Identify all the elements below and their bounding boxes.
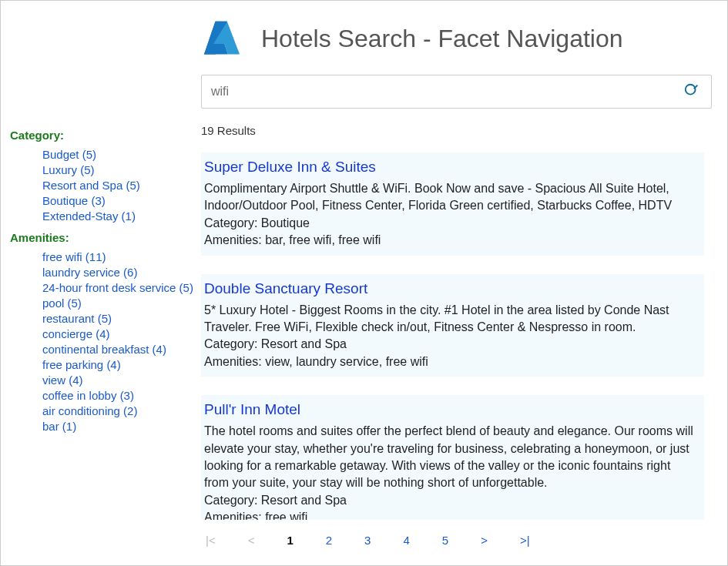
facet-extended-stay[interactable]: Extended-Stay (1)	[42, 209, 136, 223]
facet-sidebar: Category: Budget (5) Luxury (5) Resort a…	[1, 1, 201, 565]
facet-free-wifi[interactable]: free wifi (11)	[42, 250, 106, 263]
pager-page-5[interactable]: 5	[438, 531, 453, 550]
facet-boutique[interactable]: Boutique (3)	[42, 194, 106, 207]
facet-concierge[interactable]: concierge (4)	[42, 327, 110, 340]
facet-view[interactable]: view (4)	[42, 373, 83, 387]
result-category: Category: Resort and Spa	[204, 336, 698, 353]
result-amenities: Amenities: view, laundry service, free w…	[204, 353, 698, 370]
facet-heading-amenities: Amenities:	[10, 231, 193, 244]
result-title[interactable]: Pull'r Inn Motel	[204, 401, 698, 418]
facet-bar[interactable]: bar (1)	[42, 420, 76, 433]
search-input[interactable]	[202, 79, 673, 105]
result-item: Pull'r Inn Motel The hotel rooms and sui…	[201, 395, 704, 520]
search-icon	[683, 82, 700, 102]
facet-free-parking[interactable]: free parking (4)	[42, 358, 121, 371]
result-amenities: Amenities: free wifi	[204, 509, 698, 520]
results-count: 19 Results	[201, 124, 712, 137]
facet-laundry[interactable]: laundry service (6)	[42, 266, 137, 279]
result-category: Category: Boutique	[204, 215, 698, 232]
facet-24h-desk[interactable]: 24-hour front desk service (5)	[42, 281, 193, 294]
result-title[interactable]: Double Sanctuary Resort	[204, 280, 698, 297]
pager-page-3[interactable]: 3	[360, 531, 375, 550]
result-category: Category: Resort and Spa	[204, 492, 698, 509]
facet-pool[interactable]: pool (5)	[42, 296, 82, 310]
facet-list-amenities: free wifi (11) laundry service (6) 24-ho…	[10, 250, 193, 434]
header: Hotels Search - Facet Navigation	[201, 16, 712, 61]
pager-last[interactable]: >|	[515, 531, 535, 550]
facet-continental-breakfast[interactable]: continental breakfast (4)	[42, 343, 166, 356]
pager: |< < 1 2 3 4 5 > >|	[201, 520, 712, 558]
facet-air-conditioning[interactable]: air conditioning (2)	[42, 404, 137, 417]
result-description: 5* Luxury Hotel - Biggest Rooms in the c…	[204, 302, 698, 337]
azure-logo-icon	[201, 16, 243, 61]
pager-next[interactable]: >	[476, 531, 492, 550]
results-list[interactable]: Super Deluxe Inn & Suites Complimentary …	[201, 152, 712, 520]
pager-page-1[interactable]: 1	[282, 531, 297, 550]
result-item: Double Sanctuary Resort 5* Luxury Hotel …	[201, 274, 704, 377]
pager-page-4[interactable]: 4	[398, 531, 414, 550]
result-item: Super Deluxe Inn & Suites Complimentary …	[201, 152, 704, 256]
result-description: Complimentary Airport Shuttle & WiFi. Bo…	[204, 180, 698, 215]
facet-budget[interactable]: Budget (5)	[42, 148, 96, 161]
svg-point-0	[686, 84, 696, 94]
pager-first[interactable]: |<	[201, 531, 220, 550]
facet-restaurant[interactable]: restaurant (5)	[42, 312, 112, 325]
facet-heading-category: Category:	[10, 129, 193, 142]
result-title[interactable]: Super Deluxe Inn & Suites	[204, 159, 698, 176]
main-content: Hotels Search - Facet Navigation 19 Resu…	[201, 1, 727, 565]
facet-resort-spa[interactable]: Resort and Spa (5)	[42, 179, 140, 192]
facet-luxury[interactable]: Luxury (5)	[42, 163, 95, 176]
facet-coffee-lobby[interactable]: coffee in lobby (3)	[42, 389, 134, 402]
pager-page-2[interactable]: 2	[321, 531, 337, 550]
result-amenities: Amenities: bar, free wifi, free wifi	[204, 232, 698, 249]
pager-prev[interactable]: <	[243, 531, 260, 550]
search-box	[201, 75, 712, 109]
facet-list-category: Budget (5) Luxury (5) Resort and Spa (5)…	[10, 148, 193, 223]
page-title: Hotels Search - Facet Navigation	[261, 25, 623, 53]
search-button[interactable]	[673, 82, 711, 102]
result-description: The hotel rooms and suites offer the per…	[204, 423, 698, 492]
